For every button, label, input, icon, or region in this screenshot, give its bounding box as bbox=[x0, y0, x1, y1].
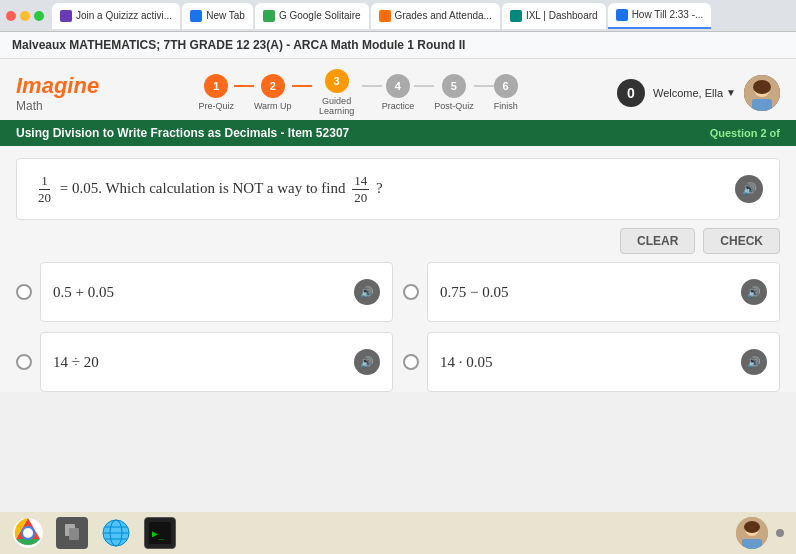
globe-taskbar-icon[interactable] bbox=[100, 517, 132, 549]
option-a-radio[interactable] bbox=[16, 284, 32, 300]
solitaire-tab-icon bbox=[263, 10, 275, 22]
option-c-text: 14 ÷ 20 bbox=[53, 354, 99, 371]
check-button[interactable]: CHECK bbox=[703, 228, 780, 254]
tab-grades-label: Grades and Attenda... bbox=[395, 10, 492, 21]
option-d-text: 14 · 0.05 bbox=[440, 354, 493, 371]
option-a-audio-button[interactable]: 🔊 bbox=[354, 279, 380, 305]
option-b-radio[interactable] bbox=[403, 284, 419, 300]
option-b-item: 0.75 − 0.05 🔊 bbox=[403, 262, 780, 322]
dropdown-arrow-icon[interactable]: ▼ bbox=[726, 87, 736, 98]
step-6-label: Finish bbox=[494, 101, 518, 111]
step-line-4 bbox=[414, 85, 434, 87]
step-finish: 6 Finish bbox=[494, 74, 518, 111]
app-header: Imagine Math 1 Pre-Quiz 2 Wa bbox=[0, 59, 796, 120]
option-d-card[interactable]: 14 · 0.05 🔊 bbox=[427, 332, 780, 392]
option-a-text: 0.5 + 0.05 bbox=[53, 284, 114, 301]
action-buttons: CLEAR CHECK bbox=[16, 228, 780, 254]
find-fraction: 14 20 bbox=[352, 173, 369, 205]
progress-steps: 1 Pre-Quiz 2 Warm Up 3 bbox=[198, 69, 517, 116]
taskbar: ▶_ bbox=[0, 512, 796, 554]
howtill-tab-icon bbox=[616, 9, 628, 21]
logo-imagine: Imagine bbox=[16, 73, 99, 99]
svg-rect-8 bbox=[69, 528, 79, 540]
svg-point-6 bbox=[23, 528, 33, 538]
minimize-button[interactable] bbox=[20, 11, 30, 21]
welcome-text: Welcome, Ella ▼ bbox=[653, 87, 736, 99]
tab-quizizz[interactable]: Join a Quizizz activi... bbox=[52, 3, 180, 29]
step-line-3 bbox=[362, 85, 382, 87]
score-badge: 0 bbox=[617, 79, 645, 107]
question-audio-button[interactable]: 🔊 bbox=[735, 175, 763, 203]
step-1-circle[interactable]: 1 bbox=[204, 74, 228, 98]
svg-rect-18 bbox=[742, 539, 762, 549]
svg-point-3 bbox=[753, 80, 771, 94]
question-number: Question 2 of bbox=[710, 127, 780, 139]
taskbar-right bbox=[736, 517, 784, 549]
step-guided: 3 Guided Learning bbox=[312, 69, 362, 116]
step-2-circle[interactable]: 2 bbox=[261, 74, 285, 98]
option-b-text: 0.75 − 0.05 bbox=[440, 284, 508, 301]
tab-newtab[interactable]: New Tab bbox=[182, 3, 253, 29]
imagine-logo: Imagine Math bbox=[16, 73, 99, 113]
tab-solitaire-label: G Google Solitaire bbox=[279, 10, 361, 21]
ixl-tab-icon bbox=[510, 10, 522, 22]
step-4-circle[interactable]: 4 bbox=[386, 74, 410, 98]
step-line-2 bbox=[292, 85, 312, 87]
option-a-card[interactable]: 0.5 + 0.05 🔊 bbox=[40, 262, 393, 322]
files-taskbar-icon[interactable] bbox=[56, 517, 88, 549]
tab-ixl[interactable]: IXL | Dashboard bbox=[502, 3, 606, 29]
window-controls bbox=[6, 11, 44, 21]
step-6-circle[interactable]: 6 bbox=[494, 74, 518, 98]
taskbar-avatar[interactable] bbox=[736, 517, 768, 549]
clear-button[interactable]: CLEAR bbox=[620, 228, 695, 254]
close-button[interactable] bbox=[6, 11, 16, 21]
step-practice: 4 Practice bbox=[382, 74, 415, 111]
step-5-circle[interactable]: 5 bbox=[442, 74, 466, 98]
step-3-circle[interactable]: 3 bbox=[325, 69, 349, 93]
avatar bbox=[744, 75, 780, 111]
tab-howtill[interactable]: How Till 2:33 -... bbox=[608, 3, 712, 29]
option-c-card[interactable]: 14 ÷ 20 🔊 bbox=[40, 332, 393, 392]
step-2-label: Warm Up bbox=[254, 101, 292, 111]
svg-text:▶_: ▶_ bbox=[152, 528, 165, 540]
option-b-card[interactable]: 0.75 − 0.05 🔊 bbox=[427, 262, 780, 322]
welcome-area: 0 Welcome, Ella ▼ bbox=[617, 75, 780, 111]
step-line-5 bbox=[474, 85, 494, 87]
grades-tab-icon bbox=[379, 10, 391, 22]
option-d-radio[interactable] bbox=[403, 354, 419, 370]
question-bar: Using Division to Write Fractions as Dec… bbox=[0, 120, 796, 146]
step-postquiz: 5 Post-Quiz bbox=[434, 74, 474, 111]
step-warmup: 2 Warm Up bbox=[254, 74, 292, 111]
step-5-label: Post-Quiz bbox=[434, 101, 474, 111]
tab-group: Join a Quizizz activi... New Tab G Googl… bbox=[52, 0, 790, 31]
option-c-item: 14 ÷ 20 🔊 bbox=[16, 332, 393, 392]
step-3-label: Guided Learning bbox=[312, 96, 362, 116]
browser-tab-bar: Join a Quizizz activi... New Tab G Googl… bbox=[0, 0, 796, 32]
step-4-label: Practice bbox=[382, 101, 415, 111]
option-c-radio[interactable] bbox=[16, 354, 32, 370]
main-fraction: 1 20 bbox=[36, 173, 53, 205]
tab-quizizz-label: Join a Quizizz activi... bbox=[76, 10, 172, 21]
option-b-audio-button[interactable]: 🔊 bbox=[741, 279, 767, 305]
option-d-audio-button[interactable]: 🔊 bbox=[741, 349, 767, 375]
tab-grades[interactable]: Grades and Attenda... bbox=[371, 3, 500, 29]
option-c-audio-button[interactable]: 🔊 bbox=[354, 349, 380, 375]
quizizz-tab-icon bbox=[60, 10, 72, 22]
terminal-taskbar-icon[interactable]: ▶_ bbox=[144, 517, 176, 549]
logo-math: Math bbox=[16, 99, 99, 113]
question-card: 1 20 = 0.05. Which calculation is NOT a … bbox=[16, 158, 780, 220]
question-topic: Using Division to Write Fractions as Dec… bbox=[16, 126, 349, 140]
svg-point-19 bbox=[744, 521, 760, 533]
step-1-label: Pre-Quiz bbox=[198, 101, 234, 111]
taskbar-dot bbox=[776, 529, 784, 537]
main-content: Imagine Math 1 Pre-Quiz 2 Wa bbox=[0, 59, 796, 392]
tab-newtab-label: New Tab bbox=[206, 10, 245, 21]
maximize-button[interactable] bbox=[34, 11, 44, 21]
tab-solitaire[interactable]: G Google Solitaire bbox=[255, 3, 369, 29]
tab-ixl-label: IXL | Dashboard bbox=[526, 10, 598, 21]
tab-howtill-label: How Till 2:33 -... bbox=[632, 9, 704, 20]
chrome-taskbar-icon[interactable] bbox=[12, 517, 44, 549]
newtab-tab-icon bbox=[190, 10, 202, 22]
option-a-item: 0.5 + 0.05 🔊 bbox=[16, 262, 393, 322]
question-text: 1 20 = 0.05. Which calculation is NOT a … bbox=[33, 173, 735, 205]
